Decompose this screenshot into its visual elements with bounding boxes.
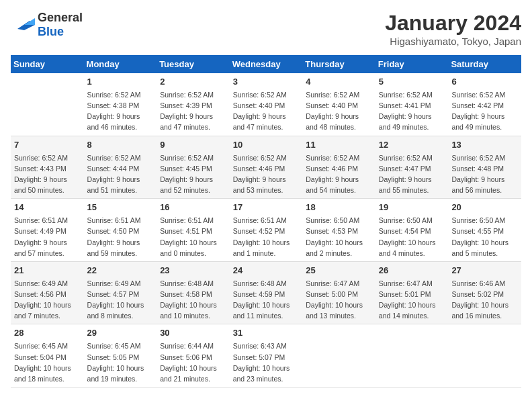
logo-blue-text: Blue: [38, 25, 64, 38]
day-number: 9: [160, 139, 226, 151]
day-header-tuesday: Tuesday: [157, 55, 230, 73]
day-info: Sunrise: 6:46 AMSunset: 5:02 PMDaylight:…: [451, 279, 508, 320]
day-number: 2: [160, 76, 226, 88]
day-info: Sunrise: 6:52 AMSunset: 4:39 PMDaylight:…: [160, 91, 214, 131]
day-number: 29: [87, 327, 154, 339]
day-info: Sunrise: 6:52 AMSunset: 4:44 PMDaylight:…: [87, 154, 141, 194]
day-cell: 21Sunrise: 6:49 AMSunset: 4:56 PMDayligh…: [11, 261, 84, 324]
logo-icon: [11, 15, 35, 34]
day-cell: 1Sunrise: 6:52 AMSunset: 4:38 PMDaylight…: [84, 73, 157, 136]
location: Higashiyamato, Tokyo, Japan: [385, 36, 521, 47]
title-block: January 2024 Higashiyamato, Tokyo, Japan: [385, 11, 521, 47]
day-cell: 2Sunrise: 6:52 AMSunset: 4:39 PMDaylight…: [157, 73, 230, 136]
day-number: 7: [14, 139, 81, 151]
day-info: Sunrise: 6:50 AMSunset: 4:55 PMDaylight:…: [451, 216, 508, 257]
day-number: 21: [14, 265, 81, 277]
day-number: 12: [379, 139, 445, 151]
day-info: Sunrise: 6:49 AMSunset: 4:57 PMDaylight:…: [87, 279, 144, 320]
day-info: Sunrise: 6:52 AMSunset: 4:47 PMDaylight:…: [379, 154, 433, 194]
day-cell: 23Sunrise: 6:48 AMSunset: 4:58 PMDayligh…: [157, 261, 230, 324]
day-info: Sunrise: 6:50 AMSunset: 4:53 PMDaylight:…: [306, 216, 363, 257]
day-header-friday: Friday: [375, 55, 449, 73]
day-cell: 15Sunrise: 6:51 AMSunset: 4:50 PMDayligh…: [84, 199, 157, 262]
day-cell: 17Sunrise: 6:51 AMSunset: 4:52 PMDayligh…: [230, 199, 303, 262]
day-cell: 14Sunrise: 6:51 AMSunset: 4:49 PMDayligh…: [11, 199, 84, 262]
day-info: Sunrise: 6:49 AMSunset: 4:56 PMDaylight:…: [14, 279, 71, 320]
day-info: Sunrise: 6:45 AMSunset: 5:04 PMDaylight:…: [14, 342, 71, 382]
day-info: Sunrise: 6:44 AMSunset: 5:06 PMDaylight:…: [160, 342, 217, 382]
day-cell: 31Sunrise: 6:43 AMSunset: 5:07 PMDayligh…: [230, 324, 303, 387]
day-cell: 4Sunrise: 6:52 AMSunset: 4:40 PMDaylight…: [302, 73, 375, 136]
day-cell: [448, 324, 521, 387]
day-info: Sunrise: 6:47 AMSunset: 5:00 PMDaylight:…: [306, 279, 363, 320]
day-cell: [302, 324, 375, 387]
day-info: Sunrise: 6:52 AMSunset: 4:42 PMDaylight:…: [451, 91, 505, 131]
logo: General Blue: [11, 11, 83, 39]
month-title: January 2024: [385, 11, 521, 36]
day-cell: 28Sunrise: 6:45 AMSunset: 5:04 PMDayligh…: [11, 324, 84, 387]
day-cell: 9Sunrise: 6:52 AMSunset: 4:45 PMDaylight…: [157, 136, 230, 199]
day-info: Sunrise: 6:52 AMSunset: 4:46 PMDaylight:…: [306, 154, 359, 194]
day-cell: 5Sunrise: 6:52 AMSunset: 4:41 PMDaylight…: [375, 73, 449, 136]
day-number: 24: [233, 265, 300, 277]
day-cell: 25Sunrise: 6:47 AMSunset: 5:00 PMDayligh…: [302, 261, 375, 324]
day-cell: 7Sunrise: 6:52 AMSunset: 4:43 PMDaylight…: [11, 136, 84, 199]
day-number: 4: [306, 76, 372, 88]
day-number: 6: [451, 76, 518, 88]
day-number: 18: [306, 201, 372, 214]
day-info: Sunrise: 6:51 AMSunset: 4:52 PMDaylight:…: [233, 216, 290, 257]
days-header-row: SundayMondayTuesdayWednesdayThursdayFrid…: [11, 55, 521, 73]
day-number: 11: [306, 139, 372, 151]
day-cell: 30Sunrise: 6:44 AMSunset: 5:06 PMDayligh…: [157, 324, 230, 387]
day-number: 20: [451, 201, 518, 214]
day-cell: 16Sunrise: 6:51 AMSunset: 4:51 PMDayligh…: [157, 199, 230, 262]
day-header-saturday: Saturday: [448, 55, 521, 73]
day-number: 8: [87, 139, 154, 151]
day-number: 17: [233, 201, 300, 214]
day-cell: 26Sunrise: 6:47 AMSunset: 5:01 PMDayligh…: [375, 261, 449, 324]
day-info: Sunrise: 6:45 AMSunset: 5:05 PMDaylight:…: [87, 342, 144, 382]
day-number: 22: [87, 265, 154, 277]
day-info: Sunrise: 6:52 AMSunset: 4:38 PMDaylight:…: [87, 91, 141, 131]
day-header-sunday: Sunday: [11, 55, 84, 73]
day-header-monday: Monday: [84, 55, 157, 73]
day-header-wednesday: Wednesday: [230, 55, 303, 73]
day-info: Sunrise: 6:51 AMSunset: 4:49 PMDaylight:…: [14, 216, 68, 257]
day-info: Sunrise: 6:52 AMSunset: 4:46 PMDaylight:…: [233, 154, 287, 194]
day-number: 14: [14, 201, 81, 214]
day-cell: 3Sunrise: 6:52 AMSunset: 4:40 PMDaylight…: [230, 73, 303, 136]
calendar-table: SundayMondayTuesdayWednesdayThursdayFrid…: [11, 55, 521, 387]
day-info: Sunrise: 6:51 AMSunset: 4:50 PMDaylight:…: [87, 216, 141, 257]
day-info: Sunrise: 6:47 AMSunset: 5:01 PMDaylight:…: [379, 279, 436, 320]
day-info: Sunrise: 6:52 AMSunset: 4:48 PMDaylight:…: [451, 154, 505, 194]
day-number: 5: [379, 76, 445, 88]
day-info: Sunrise: 6:51 AMSunset: 4:51 PMDaylight:…: [160, 216, 217, 257]
day-number: 30: [160, 327, 226, 339]
week-row-4: 21Sunrise: 6:49 AMSunset: 4:56 PMDayligh…: [11, 261, 521, 324]
day-info: Sunrise: 6:52 AMSunset: 4:40 PMDaylight:…: [306, 91, 359, 131]
day-cell: [375, 324, 449, 387]
day-info: Sunrise: 6:43 AMSunset: 5:07 PMDaylight:…: [233, 342, 290, 382]
day-number: 13: [451, 139, 518, 151]
day-cell: 22Sunrise: 6:49 AMSunset: 4:57 PMDayligh…: [84, 261, 157, 324]
day-cell: 6Sunrise: 6:52 AMSunset: 4:42 PMDaylight…: [448, 73, 521, 136]
day-number: 23: [160, 265, 226, 277]
day-number: 15: [87, 201, 154, 214]
day-cell: [11, 73, 84, 136]
day-number: 10: [233, 139, 300, 151]
day-info: Sunrise: 6:52 AMSunset: 4:45 PMDaylight:…: [160, 154, 214, 194]
day-number: 27: [451, 265, 518, 277]
week-row-3: 14Sunrise: 6:51 AMSunset: 4:49 PMDayligh…: [11, 199, 521, 262]
day-cell: 27Sunrise: 6:46 AMSunset: 5:02 PMDayligh…: [448, 261, 521, 324]
day-cell: 19Sunrise: 6:50 AMSunset: 4:54 PMDayligh…: [375, 199, 449, 262]
day-info: Sunrise: 6:52 AMSunset: 4:41 PMDaylight:…: [379, 91, 433, 131]
day-number: 16: [160, 201, 226, 214]
day-number: 31: [233, 327, 300, 339]
week-row-1: 1Sunrise: 6:52 AMSunset: 4:38 PMDaylight…: [11, 73, 521, 136]
day-info: Sunrise: 6:52 AMSunset: 4:43 PMDaylight:…: [14, 154, 68, 194]
day-number: 1: [87, 76, 154, 88]
day-cell: 18Sunrise: 6:50 AMSunset: 4:53 PMDayligh…: [302, 199, 375, 262]
day-number: 19: [379, 201, 445, 214]
day-number: 25: [306, 265, 372, 277]
day-cell: 29Sunrise: 6:45 AMSunset: 5:05 PMDayligh…: [84, 324, 157, 387]
